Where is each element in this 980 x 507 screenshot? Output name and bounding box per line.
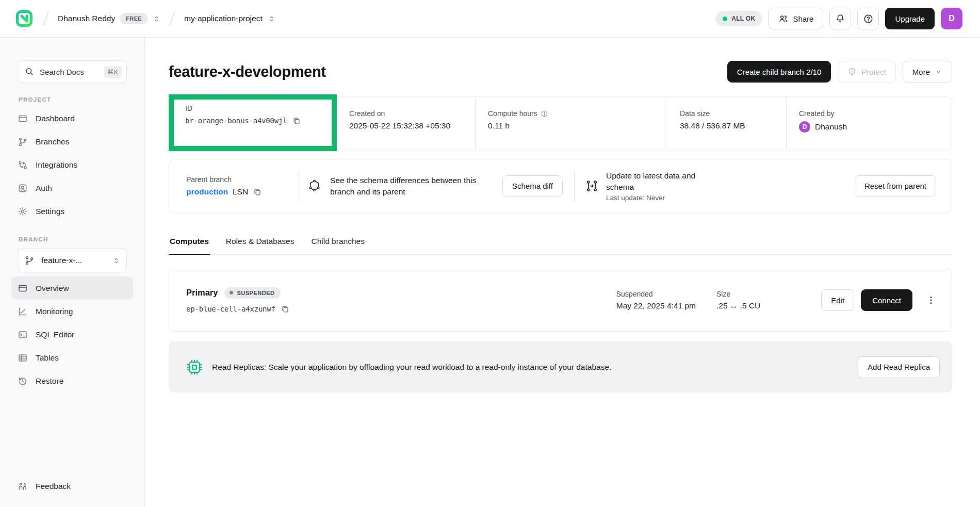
tab-computes[interactable]: Computes (169, 237, 210, 255)
reset-section: Update to latest data and schema Last up… (575, 170, 952, 202)
terminal-icon (18, 330, 28, 340)
sidebar-item-label: Restore (36, 377, 63, 386)
sidebar-item-auth[interactable]: Auth (11, 176, 133, 200)
endpoint-id: ep-blue-cell-a4xzunwf (186, 305, 275, 313)
status-label: ALL OK (731, 15, 755, 22)
sidebar-item-dashboard[interactable]: Dashboard (11, 107, 133, 130)
sidebar-item-tables[interactable]: Tables (11, 346, 133, 369)
create-child-branch-button[interactable]: Create child branch 2/10 (727, 61, 831, 83)
status-badge[interactable]: ALL OK (715, 11, 762, 26)
org-name: Dhanush Reddy (58, 14, 115, 23)
feedback-button[interactable]: Feedback (18, 481, 127, 492)
sidebar-item-restore[interactable]: Restore (11, 369, 133, 392)
sidebar-item-branches[interactable]: Branches (11, 130, 133, 153)
protect-button[interactable]: Protect (838, 61, 896, 83)
project-section-label: PROJECT (19, 96, 127, 103)
project-switcher[interactable]: my-application-project (182, 11, 277, 26)
created-by-cell: Created by D Dhanush (786, 96, 952, 150)
share-button[interactable]: Share (769, 8, 823, 29)
suspended-badge: SUSPENDED (224, 287, 281, 299)
branch-id-value: br-orange-bonus-a4v00wjl (185, 117, 287, 125)
sidebar-item-label: SQL Editor (36, 330, 74, 339)
branch-id-cell-highlighted: ID br-orange-bonus-a4v00wjl (169, 94, 337, 151)
branch-selector[interactable]: feature-x-... (18, 249, 127, 272)
sidebar-item-monitoring[interactable]: Monitoring (11, 300, 133, 323)
created-on-value: 2025-05-22 15:32:38 +05:30 (349, 121, 475, 130)
copy-icon (292, 116, 301, 125)
copy-lsn-button[interactable] (253, 187, 262, 197)
user-avatar[interactable]: D (941, 8, 962, 29)
people-icon (778, 14, 788, 24)
compute-menu-button[interactable] (923, 292, 939, 308)
top-header: Dhanush Reddy FREE my-application-projec… (0, 0, 980, 38)
share-label: Share (793, 14, 813, 23)
sidebar-item-label: Monitoring (36, 307, 73, 316)
read-replicas-text: Read Replicas: Scale your application by… (212, 363, 611, 372)
copy-icon (281, 304, 290, 314)
branch-selector-value: feature-x-... (41, 256, 82, 265)
feedback-people-icon (18, 481, 28, 492)
copy-branch-id-button[interactable] (292, 116, 301, 125)
schema-diff-button[interactable]: Schema diff (502, 175, 563, 197)
suspended-dot (230, 291, 233, 295)
feedback-label: Feedback (36, 482, 71, 491)
tab-child-branches[interactable]: Child branches (310, 237, 365, 255)
help-button[interactable] (857, 8, 879, 29)
data-size-cell: Data size 38.48 / 536.87 MB (667, 96, 786, 150)
read-replicas-banner: Read Replicas: Scale your application by… (169, 341, 952, 392)
sidebar-item-label: Branches (36, 137, 69, 146)
compute-hours-value: 0.11 h (488, 121, 667, 130)
info-icon[interactable] (541, 110, 548, 118)
sidebar-item-label: Dashboard (36, 114, 75, 123)
replica-chip-icon (186, 358, 203, 376)
edit-button[interactable]: Edit (821, 289, 854, 311)
chevron-updown-icon (112, 257, 120, 265)
parent-branch-card: Parent branch production LSN (169, 159, 952, 213)
neon-logo[interactable] (15, 10, 36, 27)
sidebar-item-settings[interactable]: Settings (11, 200, 133, 223)
sidebar-item-overview[interactable]: Overview (11, 276, 133, 300)
search-icon (25, 67, 34, 76)
data-size-value: 38.48 / 536.87 MB (680, 121, 786, 130)
sidebar-item-label: Tables (36, 353, 59, 363)
created-by-value: Dhanush (815, 122, 847, 132)
bell-icon (835, 13, 845, 24)
window-icon (18, 113, 28, 124)
chart-icon (18, 306, 28, 317)
chevron-updown-icon (268, 15, 275, 23)
connect-button[interactable]: Connect (861, 289, 912, 311)
window-icon (18, 283, 28, 293)
sidebar-item-integrations[interactable]: Integrations (11, 153, 133, 176)
suspended-cell: Suspended May 22, 2025 4:41 pm (616, 290, 696, 310)
tab-roles-databases[interactable]: Roles & Databases (225, 237, 296, 255)
schema-diff-section: See the schema differences between this … (299, 175, 574, 197)
compute-hours-cell: Compute hours 0.11 h (475, 96, 667, 150)
breadcrumb-separator (169, 11, 175, 26)
compute-card: Primary SUSPENDED ep-blue-cell-a4xzunwf (169, 269, 952, 332)
copy-endpoint-button[interactable] (281, 304, 290, 314)
sidebar-item-label: Auth (36, 184, 52, 193)
suspended-value: May 22, 2025 4:41 pm (616, 301, 696, 310)
org-switcher[interactable]: Dhanush Reddy FREE (56, 10, 162, 27)
size-value: .25 ↔ .5 CU (716, 301, 760, 310)
parent-branch-cell: Parent branch production LSN (169, 175, 299, 197)
notifications-button[interactable] (829, 8, 851, 29)
integrations-icon (18, 160, 28, 170)
main-content: feature-x-development Create child branc… (145, 38, 980, 507)
sidebar-item-sql-editor[interactable]: SQL Editor (11, 323, 133, 346)
add-read-replica-button[interactable]: Add Read Replica (858, 356, 940, 378)
search-shortcut: ⌘K (104, 66, 122, 78)
more-button[interactable]: More (903, 61, 952, 83)
git-branch-icon (18, 137, 28, 147)
sidebar: Search Docs ⌘K PROJECT Dashboard Branche… (0, 38, 145, 507)
git-branch-icon (24, 255, 35, 266)
sidebar-item-label: Settings (36, 207, 64, 216)
reset-from-parent-button[interactable]: Reset from parent (855, 175, 936, 197)
parent-branch-link[interactable]: production (186, 187, 228, 197)
schema-hexagon-icon (307, 179, 321, 193)
compute-left: Primary SUSPENDED ep-blue-cell-a4xzunwf (186, 287, 290, 314)
upgrade-button[interactable]: Upgrade (885, 8, 935, 29)
sidebar-item-label: Overview (36, 284, 69, 293)
search-input[interactable]: Search Docs ⌘K (18, 60, 127, 83)
sidebar-item-label: Integrations (36, 160, 77, 170)
